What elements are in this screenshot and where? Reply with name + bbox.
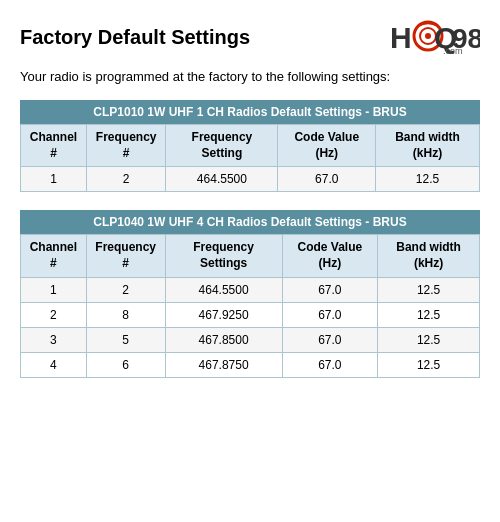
table-cell: 1 [21, 277, 87, 302]
table-cell: 5 [86, 327, 165, 352]
table2-col-frequency-settings: Frequency Settings [165, 235, 282, 277]
table-cell: 12.5 [376, 167, 480, 192]
table1-col-frequency-num: Frequency # [87, 125, 166, 167]
page-header: Factory Default Settings H Q 98 .com [20, 18, 480, 56]
table-cell: 467.8500 [165, 327, 282, 352]
table-row: 12464.550067.012.5 [21, 277, 480, 302]
svg-text:H: H [390, 21, 412, 54]
page-title: Factory Default Settings [20, 26, 250, 49]
logo-svg: H Q 98 .com [390, 18, 480, 56]
table-cell: 12.5 [378, 352, 480, 377]
table-row: 35467.850067.012.5 [21, 327, 480, 352]
table-row: 46467.875067.012.5 [21, 352, 480, 377]
table1-col-channel: Channel # [21, 125, 87, 167]
table-cell: 2 [86, 277, 165, 302]
table-cell: 467.9250 [165, 302, 282, 327]
table-cell: 67.0 [282, 352, 378, 377]
table1-title: CLP1010 1W UHF 1 CH Radios Default Setti… [20, 100, 480, 124]
table2-col-frequency-num: Frequency # [86, 235, 165, 277]
table-cell: 12.5 [378, 277, 480, 302]
table2-title: CLP1040 1W UHF 4 CH Radios Default Setti… [20, 210, 480, 234]
table2-section: CLP1040 1W UHF 4 CH Radios Default Setti… [20, 210, 480, 377]
table2: Channel # Frequency # Frequency Settings… [20, 234, 480, 377]
table1-col-frequency-setting: Frequency Setting [166, 125, 278, 167]
table-cell: 464.5500 [165, 277, 282, 302]
table2-col-channel: Channel # [21, 235, 87, 277]
table-cell: 12.5 [378, 302, 480, 327]
table-row: 28467.925067.012.5 [21, 302, 480, 327]
table-cell: 467.8750 [165, 352, 282, 377]
table-cell: 4 [21, 352, 87, 377]
table-cell: 67.0 [282, 302, 378, 327]
table2-header-row: Channel # Frequency # Frequency Settings… [21, 235, 480, 277]
table-row: 12464.550067.012.5 [21, 167, 480, 192]
table2-col-bandwidth: Band width (kHz) [378, 235, 480, 277]
table1-header-row: Channel # Frequency # Frequency Setting … [21, 125, 480, 167]
table1-col-code-value: Code Value (Hz) [278, 125, 376, 167]
table-cell: 2 [87, 167, 166, 192]
table-cell: 12.5 [378, 327, 480, 352]
table-cell: 1 [21, 167, 87, 192]
intro-text: Your radio is programmed at the factory … [20, 68, 480, 86]
table-cell: 67.0 [278, 167, 376, 192]
table1-section: CLP1010 1W UHF 1 CH Radios Default Setti… [20, 100, 480, 192]
table-cell: 6 [86, 352, 165, 377]
svg-point-3 [425, 33, 431, 39]
table-cell: 464.5500 [166, 167, 278, 192]
table1: Channel # Frequency # Frequency Setting … [20, 124, 480, 192]
table-cell: 67.0 [282, 327, 378, 352]
svg-text:.com: .com [443, 46, 463, 56]
table2-col-code-value: Code Value (Hz) [282, 235, 378, 277]
logo: H Q 98 .com [390, 18, 480, 56]
table-cell: 3 [21, 327, 87, 352]
table-cell: 67.0 [282, 277, 378, 302]
table-cell: 2 [21, 302, 87, 327]
table1-col-bandwidth: Band width (kHz) [376, 125, 480, 167]
table-cell: 8 [86, 302, 165, 327]
